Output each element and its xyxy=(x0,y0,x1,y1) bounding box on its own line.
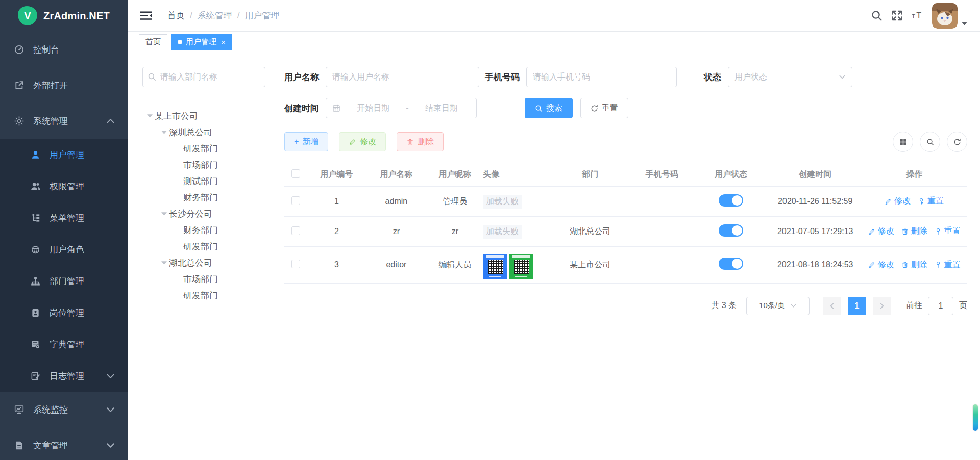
row-checkbox[interactable] xyxy=(291,260,300,268)
font-size-icon[interactable]: TT xyxy=(912,10,923,21)
col-header-created: 创建时间 xyxy=(769,163,862,187)
action-label: 修改 xyxy=(878,260,894,270)
user-table: 用户编号用户名称用户昵称头像部门手机号码用户状态创建时间操作 1admin管理员… xyxy=(284,163,967,284)
sidebar-item-monitor[interactable]: 系统监控 xyxy=(0,392,128,427)
sidebar-item-user-role[interactable]: 用户角色 xyxy=(0,234,128,265)
sidebar-item-dict-mgmt[interactable]: 字典管理 xyxy=(0,328,128,360)
sidebar-item-permission-mgmt[interactable]: 权限管理 xyxy=(0,170,128,202)
phone-input[interactable] xyxy=(526,67,677,87)
tree-item[interactable]: 某上市公司 xyxy=(142,108,265,124)
next-page-button[interactable] xyxy=(873,297,891,315)
username-label: 用户名称 xyxy=(284,71,319,83)
tree-item[interactable]: 市场部门 xyxy=(142,271,265,287)
sidebar-item-user-mgmt[interactable]: 用户管理 xyxy=(0,139,128,170)
sidebar-item-post-mgmt[interactable]: 岗位管理 xyxy=(0,297,128,328)
cell-dept: 湖北总公司 xyxy=(549,217,631,247)
page-number-current[interactable]: 1 xyxy=(848,297,866,315)
status-select[interactable]: 用户状态 xyxy=(728,67,852,87)
robot-icon xyxy=(31,245,40,254)
qr-pattern xyxy=(514,260,529,274)
sidebar-item-label: 岗位管理 xyxy=(50,307,115,319)
start-date-placeholder: 开始日期 xyxy=(345,103,402,114)
sidebar-item-dept-mgmt[interactable]: 部门管理 xyxy=(0,265,128,297)
cell-status xyxy=(693,247,769,284)
tree-item-label: 深圳总公司 xyxy=(169,126,212,138)
tab-home[interactable]: 首页 xyxy=(139,34,167,50)
sidebar-item-external[interactable]: 外部打开 xyxy=(0,67,128,103)
tree-item[interactable]: 深圳总公司 xyxy=(142,124,265,140)
cell-user-id: 2 xyxy=(307,217,365,247)
status-toggle[interactable] xyxy=(719,224,743,237)
avatar[interactable] xyxy=(932,3,958,29)
tree-item[interactable]: 财务部门 xyxy=(142,222,265,238)
tree-item-label: 研发部门 xyxy=(183,143,218,155)
avatar-load-failed: 加载失败 xyxy=(483,225,522,239)
sidebar-item-dashboard[interactable]: 控制台 xyxy=(0,32,128,67)
tree-item[interactable]: 市场部门 xyxy=(142,157,265,173)
active-dot-icon xyxy=(178,40,182,44)
search-icon[interactable] xyxy=(871,10,883,21)
scroll-indicator[interactable] xyxy=(973,404,978,431)
search-button[interactable]: 搜索 xyxy=(525,98,573,118)
goto-page-input[interactable] xyxy=(928,297,953,315)
action-reset[interactable]: 重置 xyxy=(935,260,961,270)
prev-page-button[interactable] xyxy=(823,297,841,315)
row-checkbox[interactable] xyxy=(291,226,300,235)
columns-toggle-button[interactable] xyxy=(893,132,913,152)
tree-item[interactable]: 研发部门 xyxy=(142,238,265,254)
filter-row-2: 创建时间 开始日期 - 结束日期 搜索 重置 xyxy=(284,98,967,118)
action-reset[interactable]: 重置 xyxy=(918,196,944,207)
fullscreen-icon[interactable] xyxy=(891,10,903,21)
tree-item[interactable]: 研发部门 xyxy=(142,140,265,157)
action-edit[interactable]: 修改 xyxy=(885,196,911,207)
edit-icon xyxy=(868,261,875,268)
page-size-select[interactable]: 10条/页 xyxy=(746,297,810,315)
select-all-checkbox[interactable] xyxy=(291,169,300,178)
close-icon[interactable]: × xyxy=(221,38,226,46)
edit-button[interactable]: 修改 xyxy=(339,132,386,151)
tree-item[interactable]: 长沙分公司 xyxy=(142,206,265,222)
delete-button[interactable]: 删除 xyxy=(397,132,444,151)
content: 某上市公司深圳总公司研发部门市场部门测试部门财务部门长沙分公司财务部门研发部门湖… xyxy=(128,53,980,460)
reset-button[interactable]: 重置 xyxy=(580,98,628,118)
col-header-dept: 部门 xyxy=(549,163,631,187)
row-checkbox[interactable] xyxy=(291,196,300,205)
cell-actions: 修改删除重置 xyxy=(862,247,967,284)
end-date-placeholder: 结束日期 xyxy=(413,103,470,114)
tree-item[interactable]: 研发部门 xyxy=(142,287,265,303)
sidebar-item-menu-mgmt[interactable]: 菜单管理 xyxy=(0,202,128,234)
tree-item[interactable]: 测试部门 xyxy=(142,173,265,189)
username-input[interactable] xyxy=(326,67,479,87)
tab-user-mgmt[interactable]: 用户管理 × xyxy=(171,34,232,50)
tree-item[interactable]: 湖北总公司 xyxy=(142,254,265,271)
menu-tree-icon xyxy=(31,213,40,223)
sidebar-item-article[interactable]: 文章管理 xyxy=(0,427,128,460)
user-menu[interactable] xyxy=(932,3,967,29)
add-button[interactable]: + 新增 xyxy=(284,132,328,151)
sidebar-item-log-mgmt[interactable]: 日志管理 xyxy=(0,360,128,392)
dept-search xyxy=(142,67,265,87)
edit-icon xyxy=(349,138,356,146)
show-search-button[interactable] xyxy=(920,132,940,152)
status-toggle[interactable] xyxy=(719,258,743,270)
action-edit[interactable]: 修改 xyxy=(868,260,894,270)
dept-search-input[interactable] xyxy=(142,67,265,87)
action-label: 修改 xyxy=(878,226,894,237)
user-icon xyxy=(31,150,40,160)
action-delete[interactable]: 删除 xyxy=(901,226,927,237)
sidebar-collapse-icon[interactable] xyxy=(140,10,152,21)
action-delete[interactable]: 删除 xyxy=(901,260,927,270)
sidebar-item-system[interactable]: 系统管理 xyxy=(0,103,128,139)
action-reset[interactable]: 重置 xyxy=(935,226,961,237)
cell-user-nick: zr xyxy=(427,217,483,247)
tree-item[interactable]: 财务部门 xyxy=(142,189,265,206)
svg-text:T: T xyxy=(916,11,921,20)
refresh-table-button[interactable] xyxy=(947,132,967,152)
cell-user-name: editor xyxy=(365,247,427,284)
date-range-picker[interactable]: 开始日期 - 结束日期 xyxy=(326,98,477,118)
qr-pattern xyxy=(488,260,503,274)
avatar-load-failed: 加载失败 xyxy=(483,195,522,209)
action-edit[interactable]: 修改 xyxy=(868,226,894,237)
status-toggle[interactable] xyxy=(719,194,743,207)
breadcrumb-item-home[interactable]: 首页 xyxy=(167,10,185,21)
